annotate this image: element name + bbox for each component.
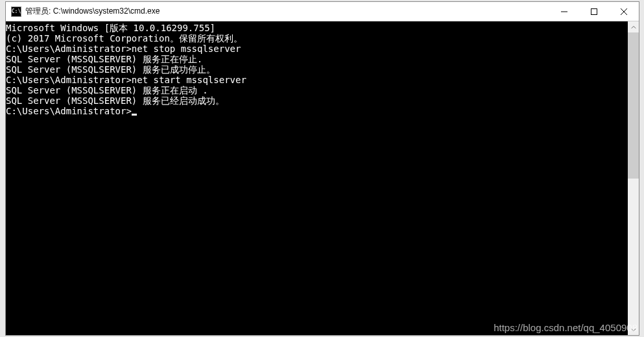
terminal-line: SQL Server (MSSQLSERVER) 服务已成功停止。: [6, 64, 628, 75]
window-title: 管理员: C:\windows\system32\cmd.exe: [25, 6, 549, 17]
scroll-down-arrow-icon[interactable]: [628, 324, 639, 335]
terminal-output[interactable]: Microsoft Windows [版本 10.0.16299.755](c)…: [6, 21, 628, 335]
terminal-line: SQL Server (MSSQLSERVER) 服务正在停止.: [6, 54, 628, 64]
vertical-scrollbar[interactable]: [628, 21, 639, 335]
scroll-track[interactable]: [628, 32, 639, 324]
terminal-line: (c) 2017 Microsoft Corporation。保留所有权利。: [6, 33, 628, 44]
terminal-line: C:\Users\Administrator>: [6, 106, 628, 116]
terminal-line: SQL Server (MSSQLSERVER) 服务已经启动成功。: [6, 95, 628, 106]
scroll-up-arrow-icon[interactable]: [628, 21, 639, 32]
terminal-area: Microsoft Windows [版本 10.0.16299.755](c)…: [6, 21, 639, 335]
window-controls: [549, 2, 639, 21]
terminal-line: C:\Users\Administrator>net stop mssqlser…: [6, 44, 628, 54]
scroll-thumb[interactable]: [628, 32, 639, 179]
titlebar[interactable]: C:\ 管理员: C:\windows\system32\cmd.exe: [6, 2, 639, 21]
maximize-button[interactable]: [579, 2, 609, 21]
cmd-icon: C:\: [11, 6, 21, 17]
terminal-line: Microsoft Windows [版本 10.0.16299.755]: [6, 23, 628, 33]
cmd-window: C:\ 管理员: C:\windows\system32\cmd.exe Mic…: [5, 1, 639, 336]
minimize-button[interactable]: [549, 2, 579, 21]
terminal-line: SQL Server (MSSQLSERVER) 服务正在启动 .: [6, 85, 628, 95]
close-button[interactable]: [609, 2, 639, 21]
cursor: [132, 114, 137, 116]
svg-rect-1: [591, 8, 597, 14]
terminal-line: C:\Users\Administrator>net start mssqlse…: [6, 75, 628, 85]
